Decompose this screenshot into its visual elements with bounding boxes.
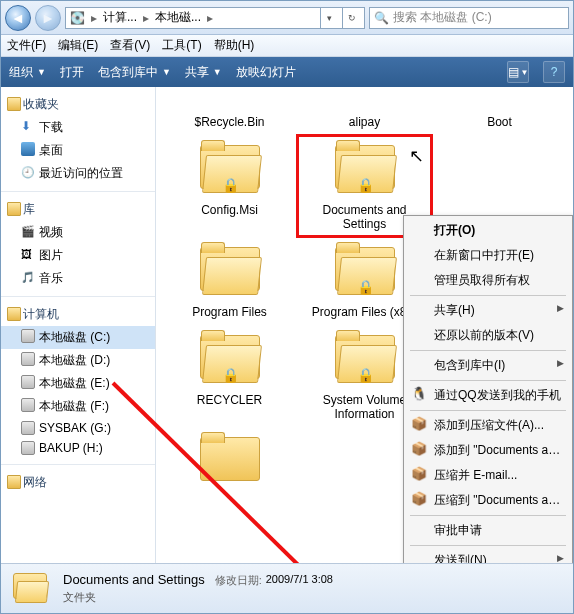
chevron-right-icon: ▸ xyxy=(141,11,151,25)
nav-libraries[interactable]: 库 xyxy=(1,198,155,221)
open-button[interactable]: 打开 xyxy=(60,64,84,81)
toolbar: 组织▼ 打开 包含到库中▼ 共享▼ 放映幻灯片 ▤▼ ? xyxy=(1,57,573,87)
menu-tools[interactable]: 工具(T) xyxy=(162,37,201,54)
nav-network[interactable]: 网络 xyxy=(1,471,155,494)
nav-desktop[interactable]: 桌面 xyxy=(1,139,155,162)
address-dropdown[interactable]: ▾ xyxy=(320,7,338,29)
details-pane: Documents and Settings 修改日期: 2009/7/1 3:… xyxy=(1,563,573,613)
address-box[interactable]: 💽 ▸ 计算... ▸ 本地磁... ▸ ▾ ↻ xyxy=(65,7,365,29)
ctx-qq-send[interactable]: 🐧通过QQ发送到我的手机 xyxy=(406,383,570,408)
nav-computer[interactable]: 计算机 xyxy=(1,303,155,326)
nav-drive-c[interactable]: 本地磁盘 (C:) xyxy=(1,326,155,349)
ctx-zip-docs[interactable]: 📦压缩到 "Documents and S xyxy=(406,488,570,513)
include-button[interactable]: 包含到库中▼ xyxy=(98,64,171,81)
drive-icon: 💽 xyxy=(70,11,85,25)
menu-view[interactable]: 查看(V) xyxy=(110,37,150,54)
lock-icon xyxy=(357,367,373,383)
folder-icon xyxy=(11,571,53,607)
folder-boot[interactable]: Boot xyxy=(434,91,565,133)
nav-forward-button[interactable]: ► xyxy=(35,5,61,31)
archive-icon: 📦 xyxy=(411,441,427,457)
details-name: Documents and Settings xyxy=(63,572,205,587)
breadcrumb-segment[interactable]: 计算... xyxy=(103,9,137,26)
chevron-right-icon: ▸ xyxy=(89,11,99,25)
nav-videos[interactable]: 视频 xyxy=(1,221,155,244)
details-type: 文件夹 xyxy=(63,590,333,605)
breadcrumb-segment[interactable]: 本地磁... xyxy=(155,9,201,26)
context-menu: 打开(O) 在新窗口中打开(E) 管理员取得所有权 共享(H) 还原以前的版本(… xyxy=(403,215,573,563)
nav-recent[interactable]: 最近访问的位置 xyxy=(1,162,155,185)
chevron-right-icon: ▸ xyxy=(205,11,215,25)
archive-icon: 📦 xyxy=(411,491,427,507)
lock-icon xyxy=(357,279,373,295)
menubar: 文件(F) 编辑(E) 查看(V) 工具(T) 帮助(H) xyxy=(1,35,573,57)
ctx-approve[interactable]: 审批申请 xyxy=(406,518,570,543)
help-button[interactable]: ? xyxy=(543,61,565,83)
share-button[interactable]: 共享▼ xyxy=(185,64,222,81)
cursor-icon: ↖ xyxy=(409,145,424,167)
menu-file[interactable]: 文件(F) xyxy=(7,37,46,54)
navigation-pane: 收藏夹 下载 桌面 最近访问的位置 库 视频 图片 音乐 计算机 本地磁盘 (C… xyxy=(1,87,156,563)
nav-drive-h[interactable]: BAKUP (H:) xyxy=(1,438,155,458)
details-mod-value: 2009/7/1 3:08 xyxy=(266,573,333,588)
ctx-send-to[interactable]: 发送到(N) xyxy=(406,548,570,563)
folder-recycler[interactable]: RECYCLER xyxy=(164,327,295,425)
nav-drive-e[interactable]: 本地磁盘 (E:) xyxy=(1,372,155,395)
archive-icon: 📦 xyxy=(411,466,427,482)
details-mod-label: 修改日期: xyxy=(215,573,262,588)
lock-icon xyxy=(357,177,373,193)
ctx-admin-own[interactable]: 管理员取得所有权 xyxy=(406,268,570,293)
nav-favorites[interactable]: 收藏夹 xyxy=(1,93,155,116)
ctx-open-new-window[interactable]: 在新窗口中打开(E) xyxy=(406,243,570,268)
lock-icon xyxy=(222,367,238,383)
search-placeholder: 搜索 本地磁盘 (C:) xyxy=(393,9,492,26)
nav-back-button[interactable]: ◄ xyxy=(5,5,31,31)
menu-help[interactable]: 帮助(H) xyxy=(214,37,255,54)
nav-drive-d[interactable]: 本地磁盘 (D:) xyxy=(1,349,155,372)
nav-drive-g[interactable]: SYSBAK (G:) xyxy=(1,418,155,438)
nav-pictures[interactable]: 图片 xyxy=(1,244,155,267)
ctx-add-archive[interactable]: 📦添加到压缩文件(A)... xyxy=(406,413,570,438)
ctx-zip-email[interactable]: 📦压缩并 E-mail... xyxy=(406,463,570,488)
search-input[interactable]: 🔍 搜索 本地磁盘 (C:) xyxy=(369,7,569,29)
nav-drive-f[interactable]: 本地磁盘 (F:) xyxy=(1,395,155,418)
slideshow-button[interactable]: 放映幻灯片 xyxy=(236,64,296,81)
folder-alipay[interactable]: alipay xyxy=(299,91,430,133)
refresh-button[interactable]: ↻ xyxy=(342,7,360,29)
search-icon: 🔍 xyxy=(374,11,389,25)
ctx-include-library[interactable]: 包含到库中(I) xyxy=(406,353,570,378)
menu-edit[interactable]: 编辑(E) xyxy=(58,37,98,54)
folder-recyclebin[interactable]: $Recycle.Bin xyxy=(164,91,295,133)
qq-icon: 🐧 xyxy=(411,386,427,402)
view-mode-button[interactable]: ▤▼ xyxy=(507,61,529,83)
ctx-share[interactable]: 共享(H) xyxy=(406,298,570,323)
folder-program-files[interactable]: Program Files xyxy=(164,239,295,323)
organize-button[interactable]: 组织▼ xyxy=(9,64,46,81)
ctx-add-docs-archive[interactable]: 📦添加到 "Documents and S xyxy=(406,438,570,463)
folder-partial[interactable] xyxy=(164,429,295,461)
nav-downloads[interactable]: 下载 xyxy=(1,116,155,139)
folder-configmsi[interactable]: Config.Msi xyxy=(164,137,295,235)
lock-icon xyxy=(222,177,238,193)
ctx-open[interactable]: 打开(O) xyxy=(406,218,570,243)
nav-music[interactable]: 音乐 xyxy=(1,267,155,290)
ctx-previous-versions[interactable]: 还原以前的版本(V) xyxy=(406,323,570,348)
archive-icon: 📦 xyxy=(411,416,427,432)
